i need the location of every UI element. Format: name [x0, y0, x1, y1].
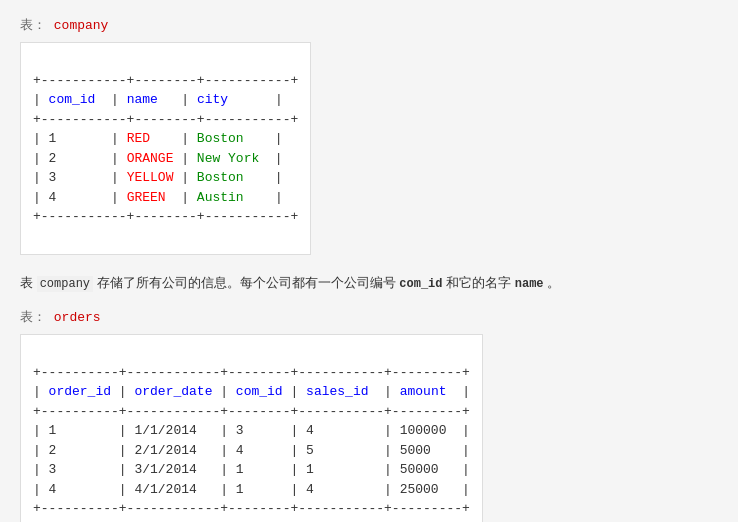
- orders-border-top: +----------+------------+--------+------…: [33, 365, 470, 380]
- orders-section: 表： orders +----------+------------+-----…: [20, 308, 718, 522]
- company-row-4: | 4 | GREEN | Austin |: [33, 190, 283, 205]
- orders-border-mid: +----------+------------+--------+------…: [33, 404, 470, 419]
- orders-header: | order_id | order_date | com_id | sales…: [33, 384, 470, 399]
- company-table-name: company: [54, 18, 109, 33]
- company-header: | com_id | name | city |: [33, 92, 283, 107]
- company-section: 表： company +-----------+--------+-------…: [20, 16, 718, 294]
- orders-row-4: | 4 | 4/1/2014 | 1 | 4 | 25000 |: [33, 482, 470, 497]
- company-table-label: 表： company: [20, 16, 718, 34]
- orders-table-container: +----------+------------+--------+------…: [20, 334, 483, 522]
- company-desc-comid: com_id: [399, 277, 442, 291]
- company-row-3: | 3 | YELLOW | Boston |: [33, 170, 283, 185]
- orders-table: +----------+------------+--------+------…: [33, 343, 470, 522]
- company-desc-name: company: [37, 276, 93, 292]
- orders-row-2: | 2 | 2/1/2014 | 4 | 5 | 5000 |: [33, 443, 470, 458]
- company-label-prefix: 表：: [20, 18, 54, 33]
- company-table: +-----------+--------+-----------+ | com…: [33, 51, 298, 246]
- orders-row-3: | 3 | 3/1/2014 | 1 | 1 | 50000 |: [33, 462, 470, 477]
- orders-row-1: | 1 | 1/1/2014 | 3 | 4 | 100000 |: [33, 423, 470, 438]
- company-row-1: | 1 | RED | Boston |: [33, 131, 283, 146]
- orders-label-prefix: 表：: [20, 310, 54, 325]
- company-border-top: +-----------+--------+-----------+: [33, 73, 298, 88]
- orders-table-name: orders: [54, 310, 101, 325]
- orders-border-bot: +----------+------------+--------+------…: [33, 501, 470, 516]
- company-description: 表 company 存储了所有公司的信息。每个公司都有一个公司编号 com_id…: [20, 273, 718, 294]
- company-desc-name2: name: [515, 277, 544, 291]
- orders-table-label: 表： orders: [20, 308, 718, 326]
- company-border-bot: +-----------+--------+-----------+: [33, 209, 298, 224]
- company-border-mid: +-----------+--------+-----------+: [33, 112, 298, 127]
- company-table-container: +-----------+--------+-----------+ | com…: [20, 42, 311, 255]
- company-row-2: | 2 | ORANGE | New York |: [33, 151, 283, 166]
